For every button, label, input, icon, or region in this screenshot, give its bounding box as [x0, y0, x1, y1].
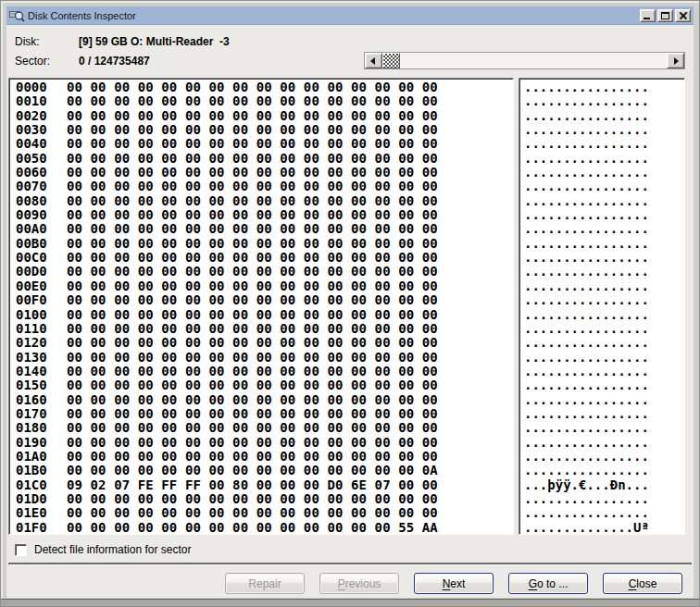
hex-row: 00E000 00 00 00 00 00 00 00 00 00 00 00 … [16, 279, 513, 293]
hex-row: 002000 00 00 00 00 00 00 00 00 00 00 00 … [16, 109, 513, 123]
close-window-button[interactable] [675, 9, 691, 22]
hex-row: 01A000 00 00 00 00 00 00 00 00 00 00 00 … [16, 450, 513, 464]
next-button[interactable]: Next [414, 573, 494, 594]
hex-bytes: 00 00 00 00 00 00 00 00 00 00 00 00 00 0… [67, 378, 438, 392]
sector-scrollbar[interactable] [364, 52, 685, 69]
ascii-row: ................ [524, 351, 684, 365]
hex-row: 017000 00 00 00 00 00 00 00 00 00 00 00 … [16, 407, 513, 421]
hex-offset: 00D0 [16, 265, 67, 279]
ascii-row: ................ [524, 152, 684, 166]
ascii-row: ................ [524, 222, 684, 236]
ascii-row: ................ [524, 81, 684, 94]
hex-bytes: 00 00 00 00 00 00 00 00 00 00 00 00 00 0… [67, 336, 438, 350]
title-bar[interactable]: Disk Contents Inspector [6, 6, 694, 25]
scroll-right-button[interactable] [667, 53, 684, 68]
ascii-row: ................ [524, 336, 684, 350]
hex-offset: 01E0 [16, 506, 67, 520]
hex-bytes: 00 00 00 00 00 00 00 00 00 00 00 00 00 0… [67, 237, 438, 251]
ascii-row: ................ [524, 279, 684, 293]
scroll-left-button[interactable] [365, 53, 382, 68]
hex-offset: 00A0 [16, 222, 67, 236]
hex-row: 003000 00 00 00 00 00 00 00 00 00 00 00 … [16, 123, 513, 137]
maximize-button[interactable] [657, 9, 673, 22]
hex-row: 001000 00 00 00 00 00 00 00 00 00 00 00 … [16, 94, 513, 108]
hex-row: 011000 00 00 00 00 00 00 00 00 00 00 00 … [16, 322, 513, 336]
hex-offset: 0190 [16, 436, 67, 450]
dialog-window: Disk Contents Inspector Disk: [9] 59 GB … [0, 0, 700, 607]
sector-label: Sector: [15, 55, 50, 68]
hex-row: 008000 00 00 00 00 00 00 00 00 00 00 00 … [16, 194, 513, 208]
ascii-row: ................ [524, 308, 684, 322]
minimize-button[interactable] [640, 9, 656, 22]
hex-bytes: 00 00 00 00 00 00 00 00 00 00 00 00 00 0… [67, 293, 438, 307]
hex-offset: 0030 [16, 123, 67, 137]
hex-dump-panel[interactable]: 000000 00 00 00 00 00 00 00 00 00 00 00 … [8, 78, 514, 535]
hex-bytes: 00 00 00 00 00 00 00 00 00 00 00 00 00 0… [67, 322, 438, 336]
ascii-row: ................ [524, 166, 684, 180]
hex-row: 01E000 00 00 00 00 00 00 00 00 00 00 00 … [16, 506, 513, 520]
hex-row: 015000 00 00 00 00 00 00 00 00 00 00 00 … [16, 378, 513, 392]
hex-row: 012000 00 00 00 00 00 00 00 00 00 00 00 … [16, 336, 513, 350]
goto-button[interactable]: Go to ... [508, 573, 588, 594]
hex-row: 019000 00 00 00 00 00 00 00 00 00 00 00 … [16, 436, 513, 450]
hex-bytes: 00 00 00 00 00 00 00 00 00 00 00 00 00 0… [67, 279, 438, 293]
hex-bytes: 00 00 00 00 00 00 00 00 00 00 00 00 00 0… [67, 464, 438, 477]
hex-bytes: 00 00 00 00 00 00 00 00 00 00 00 00 00 0… [67, 265, 438, 279]
hex-bytes: 00 00 00 00 00 00 00 00 00 00 00 00 00 0… [67, 180, 438, 193]
ascii-row: ................ [524, 123, 684, 137]
hex-bytes: 00 00 00 00 00 00 00 00 00 00 00 00 00 0… [67, 208, 438, 222]
hex-bytes: 00 00 00 00 00 00 00 00 00 00 00 00 00 0… [67, 521, 438, 535]
window-frame-bottom [1, 599, 699, 606]
hex-offset: 0170 [16, 407, 67, 421]
hex-offset: 0100 [16, 308, 67, 322]
sector-value: 0 / 124735487 [79, 55, 150, 68]
hex-row: 009000 00 00 00 00 00 00 00 00 00 00 00 … [16, 208, 513, 222]
left-arrow-icon [370, 57, 375, 65]
hex-bytes: 00 00 00 00 00 00 00 00 00 00 00 00 00 0… [67, 308, 438, 322]
maximize-icon [661, 12, 669, 19]
hex-row: 004000 00 00 00 00 00 00 00 00 00 00 00 … [16, 137, 513, 151]
hex-offset: 0050 [16, 152, 67, 166]
ascii-row: ................ [524, 378, 684, 392]
hex-bytes: 00 00 00 00 00 00 00 00 00 00 00 00 00 0… [67, 492, 438, 506]
hex-bytes: 00 00 00 00 00 00 00 00 00 00 00 00 00 0… [67, 506, 438, 520]
hex-row: 013000 00 00 00 00 00 00 00 00 00 00 00 … [16, 351, 513, 365]
close-icon [679, 12, 687, 19]
checkbox-row: Detect file information for sector [15, 543, 191, 556]
hex-row: 016000 00 00 00 00 00 00 00 00 00 00 00 … [16, 393, 513, 407]
ascii-row: ................ [524, 194, 684, 208]
hex-row: 018000 00 00 00 00 00 00 00 00 00 00 00 … [16, 421, 513, 435]
ascii-panel[interactable]: ........................................… [519, 78, 685, 535]
ascii-row: ................ [524, 293, 684, 307]
disk-value: [9] 59 GB O: Multi-Reader -3 [79, 35, 230, 48]
hex-offset: 0060 [16, 166, 67, 180]
ascii-row: ................ [524, 180, 684, 193]
ascii-row: ................ [524, 265, 684, 279]
hex-offset: 0120 [16, 336, 67, 350]
hex-offset: 0010 [16, 94, 67, 108]
ascii-row: ................ [524, 506, 684, 520]
ascii-row: ................ [524, 421, 684, 435]
scrollbar-thumb[interactable] [382, 53, 400, 68]
ascii-row: ...þÿÿ.€...Ðn... [524, 478, 684, 492]
hex-offset: 0140 [16, 365, 67, 378]
hex-row: 00F000 00 00 00 00 00 00 00 00 00 00 00 … [16, 293, 513, 307]
detect-file-info-checkbox[interactable] [15, 544, 27, 556]
hex-bytes: 00 00 00 00 00 00 00 00 00 00 00 00 00 0… [67, 251, 438, 265]
button-row: RepairPreviousNextGo to ...Close [225, 573, 682, 594]
hex-row: 00A000 00 00 00 00 00 00 00 00 00 00 00 … [16, 222, 513, 236]
disk-label: Disk: [15, 35, 40, 48]
hex-row: 00C000 00 00 00 00 00 00 00 00 00 00 00 … [16, 251, 513, 265]
hex-offset: 0110 [16, 322, 67, 336]
hex-bytes: 00 00 00 00 00 00 00 00 00 00 00 00 00 0… [67, 94, 438, 108]
hex-row: 014000 00 00 00 00 00 00 00 00 00 00 00 … [16, 365, 513, 378]
hex-offset: 00E0 [16, 279, 67, 293]
hex-offset: 01A0 [16, 450, 67, 464]
close-button[interactable]: Close [603, 573, 682, 594]
window-controls [640, 9, 691, 22]
ascii-row: ................ [524, 436, 684, 450]
ascii-row: ................ [524, 464, 684, 477]
hex-row: 01C009 02 07 FE FF FF 00 80 00 00 00 D0 … [16, 478, 513, 492]
hex-row: 010000 00 00 00 00 00 00 00 00 00 00 00 … [16, 308, 513, 322]
ascii-row: ................ [524, 237, 684, 251]
